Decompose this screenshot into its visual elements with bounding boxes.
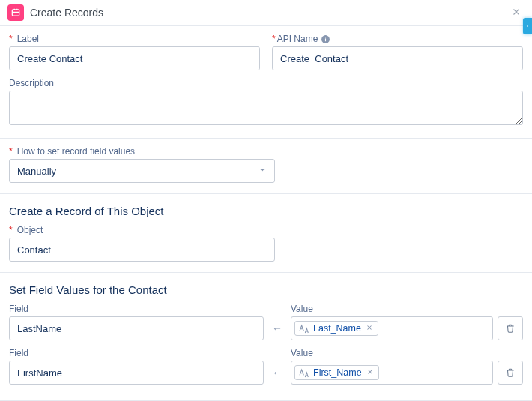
field-value-row: Field ← Value Last_Name [9, 304, 523, 340]
text-type-icon [298, 323, 310, 334]
svg-rect-2 [325, 38, 326, 41]
delete-row-button[interactable] [498, 316, 523, 340]
object-field-label: Object [9, 225, 523, 235]
section-basics: Label API Name Description [0, 26, 532, 139]
trash-icon [505, 367, 516, 378]
panel-scroll[interactable]: Label API Name Description [0, 26, 532, 401]
collapse-handle[interactable] [523, 18, 532, 34]
value-pill: First_Name [294, 365, 379, 380]
chevron-down-icon [258, 166, 267, 177]
section-object: Create a Record of This Object Object Co… [0, 194, 532, 273]
value-input[interactable]: Last_Name [291, 316, 493, 340]
description-field-label: Description [9, 78, 523, 88]
value-col-label: Value [291, 304, 493, 314]
close-icon [366, 324, 373, 331]
howset-value: Manually [17, 166, 56, 177]
pill-remove-button[interactable] [366, 367, 374, 378]
apiname-field-label: API Name [272, 34, 523, 44]
label-field-label: Label [9, 34, 260, 44]
pill-remove-button[interactable] [366, 323, 373, 334]
value-col-label: Value [291, 348, 493, 358]
assign-arrow-icon: ← [268, 367, 286, 385]
field-picker[interactable] [9, 361, 264, 385]
value-pill: Last_Name [294, 321, 378, 336]
delete-row-button[interactable] [498, 361, 523, 385]
info-icon[interactable] [321, 34, 330, 44]
section-how-set: How to set record field values Manually [0, 139, 532, 194]
howset-select[interactable]: Manually [9, 159, 275, 183]
close-icon [366, 368, 374, 376]
object-value: Contact [17, 244, 51, 256]
fieldvalues-heading: Set Field Values for the Contact [9, 283, 523, 296]
howset-label: How to set record field values [9, 146, 523, 157]
create-records-icon [7, 4, 24, 21]
label-input[interactable] [9, 46, 260, 70]
panel-header: Create Records [0, 0, 532, 26]
field-col-label: Field [9, 348, 264, 358]
close-icon [511, 7, 522, 17]
value-pill-label: Last_Name [313, 323, 361, 334]
field-picker[interactable] [9, 316, 264, 340]
chevron-left-icon [525, 22, 531, 30]
svg-rect-3 [325, 37, 326, 37]
assign-arrow-icon: ← [268, 322, 286, 340]
create-records-panel: Create Records Label API Name [0, 0, 532, 401]
object-section-heading: Create a Record of This Object [9, 205, 523, 217]
section-field-values: Set Field Values for the Contact Field ←… [0, 273, 532, 401]
value-pill-label: First_Name [313, 367, 362, 378]
text-type-icon [298, 367, 310, 378]
value-input[interactable]: First_Name [291, 361, 493, 385]
panel-title: Create Records [30, 7, 103, 19]
field-value-row: Field ← Value First_Name [9, 348, 523, 385]
close-button[interactable] [508, 4, 525, 21]
description-textarea[interactable] [9, 91, 523, 125]
apiname-input[interactable] [272, 46, 523, 70]
trash-icon [505, 323, 516, 334]
object-combobox[interactable]: Contact [9, 238, 275, 262]
field-col-label: Field [9, 304, 264, 314]
